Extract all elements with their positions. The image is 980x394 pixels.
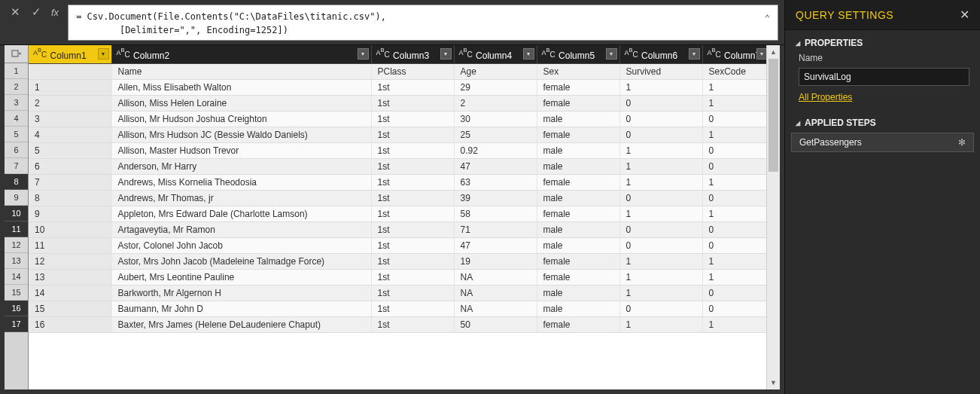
cell[interactable]: Allison, Mrs Hudson JC (Bessie Waldo Dan…: [111, 127, 371, 142]
cell[interactable]: 0: [619, 221, 702, 237]
cell[interactable]: 19: [454, 253, 537, 269]
cell[interactable]: 0: [619, 301, 702, 316]
row-number[interactable]: 3: [5, 95, 28, 111]
cell[interactable]: female: [537, 79, 619, 95]
row-number[interactable]: 7: [5, 158, 28, 174]
cell[interactable]: 1: [619, 206, 702, 221]
row-number[interactable]: 6: [5, 142, 28, 158]
cell[interactable]: 0: [619, 111, 702, 127]
cell[interactable]: 1st: [371, 237, 454, 253]
cell[interactable]: 13: [29, 269, 111, 285]
column-header-column7[interactable]: ABC Column7▾: [702, 45, 766, 63]
cell[interactable]: 1st: [371, 158, 454, 174]
table-row[interactable]: 6Anderson, Mr Harry1st47male10: [29, 158, 766, 174]
cell[interactable]: 10: [29, 221, 111, 237]
table-row[interactable]: 1Allen, Miss Elisabeth Walton1st29female…: [29, 79, 766, 95]
cell[interactable]: [29, 63, 111, 79]
cell[interactable]: 16: [29, 316, 111, 332]
table-row[interactable]: 12Astor, Mrs John Jacob (Madeleine Talma…: [29, 253, 766, 269]
cell[interactable]: Baumann, Mr John D: [111, 301, 371, 316]
close-settings-button[interactable]: ✕: [960, 8, 970, 22]
column-header-column5[interactable]: ABC Column5▾: [537, 45, 619, 63]
cell[interactable]: male: [537, 285, 619, 301]
cell[interactable]: 1: [619, 79, 702, 95]
cell[interactable]: male: [537, 111, 619, 127]
scroll-thumb[interactable]: [768, 59, 778, 172]
row-number[interactable]: 2: [5, 79, 28, 95]
cell[interactable]: 1: [619, 158, 702, 174]
row-number[interactable]: 17: [5, 316, 28, 332]
cell[interactable]: 0: [702, 142, 766, 158]
cell[interactable]: 63: [454, 174, 537, 190]
cell[interactable]: NA: [454, 269, 537, 285]
cell[interactable]: PClass: [371, 63, 454, 79]
column-header-column2[interactable]: ABC Column2▾: [111, 45, 371, 63]
cell[interactable]: 0: [619, 127, 702, 142]
applied-step-getpassengers[interactable]: GetPassengers✻: [791, 133, 974, 152]
fx-icon[interactable]: fx: [47, 7, 63, 18]
cancel-formula-button[interactable]: ✕: [5, 2, 26, 23]
cell[interactable]: 1: [619, 316, 702, 332]
cell[interactable]: 1st: [371, 127, 454, 142]
cell[interactable]: 47: [454, 237, 537, 253]
row-number[interactable]: 16: [5, 301, 28, 316]
cell[interactable]: 1st: [371, 221, 454, 237]
table-row[interactable]: 15Baumann, Mr John D1stNAmale00: [29, 301, 766, 316]
column-header-column6[interactable]: ABC Column6▾: [619, 45, 702, 63]
cell[interactable]: 9: [29, 206, 111, 221]
scroll-up-icon[interactable]: ▲: [767, 45, 780, 59]
properties-section-header[interactable]: PROPERTIES: [785, 30, 980, 51]
column-filter-dropdown[interactable]: ▾: [756, 48, 767, 60]
cell[interactable]: 1st: [371, 111, 454, 127]
cell[interactable]: 2: [29, 95, 111, 111]
cell[interactable]: 1: [619, 142, 702, 158]
row-number[interactable]: 11: [5, 221, 28, 237]
cell[interactable]: 30: [454, 111, 537, 127]
row-number[interactable]: 8: [5, 174, 28, 190]
cell[interactable]: 0.92: [454, 142, 537, 158]
cell[interactable]: 1: [702, 206, 766, 221]
cell[interactable]: Aubert, Mrs Leontine Pauline: [111, 269, 371, 285]
cell[interactable]: 6: [29, 158, 111, 174]
cell[interactable]: 3: [29, 111, 111, 127]
cell[interactable]: 0: [619, 190, 702, 206]
cell[interactable]: 1st: [371, 79, 454, 95]
cell[interactable]: 25: [454, 127, 537, 142]
cell[interactable]: Allison, Mr Hudson Joshua Creighton: [111, 111, 371, 127]
cell[interactable]: male: [537, 237, 619, 253]
all-properties-link[interactable]: All Properties: [785, 92, 980, 110]
cell[interactable]: 1: [702, 269, 766, 285]
cell[interactable]: 14: [29, 285, 111, 301]
cell[interactable]: 1: [619, 174, 702, 190]
cell[interactable]: 1: [29, 79, 111, 95]
cell[interactable]: male: [537, 221, 619, 237]
accept-formula-button[interactable]: ✓: [26, 2, 47, 23]
formula-input[interactable]: = Csv.Document(File.Contents("C:\DataFil…: [68, 5, 778, 41]
cell[interactable]: 1: [619, 269, 702, 285]
cell[interactable]: 1st: [371, 316, 454, 332]
cell[interactable]: 50: [454, 316, 537, 332]
cell[interactable]: female: [537, 127, 619, 142]
cell[interactable]: Age: [454, 63, 537, 79]
row-number[interactable]: 14: [5, 269, 28, 285]
cell[interactable]: Astor, Colonel John Jacob: [111, 237, 371, 253]
cell[interactable]: Artagaveytia, Mr Ramon: [111, 221, 371, 237]
cell[interactable]: NA: [454, 301, 537, 316]
row-number[interactable]: 5: [5, 127, 28, 142]
cell[interactable]: Anderson, Mr Harry: [111, 158, 371, 174]
row-number[interactable]: 12: [5, 237, 28, 253]
table-row[interactable]: 5Allison, Master Hudson Trevor1st0.92mal…: [29, 142, 766, 158]
cell[interactable]: Baxter, Mrs James (Helene DeLaudeniere C…: [111, 316, 371, 332]
row-number[interactable]: 1: [5, 63, 28, 79]
query-name-input[interactable]: [799, 68, 969, 86]
column-header-column1[interactable]: ABC Column1▾: [29, 45, 111, 63]
cell[interactable]: 4: [29, 127, 111, 142]
expand-formula-icon[interactable]: ⌃: [765, 11, 770, 25]
cell[interactable]: Allen, Miss Elisabeth Walton: [111, 79, 371, 95]
cell[interactable]: female: [537, 253, 619, 269]
gear-icon[interactable]: ✻: [958, 137, 966, 148]
column-filter-dropdown[interactable]: ▾: [689, 48, 700, 60]
cell[interactable]: female: [537, 269, 619, 285]
cell[interactable]: 1st: [371, 269, 454, 285]
column-header-column4[interactable]: ABC Column4▾: [454, 45, 537, 63]
